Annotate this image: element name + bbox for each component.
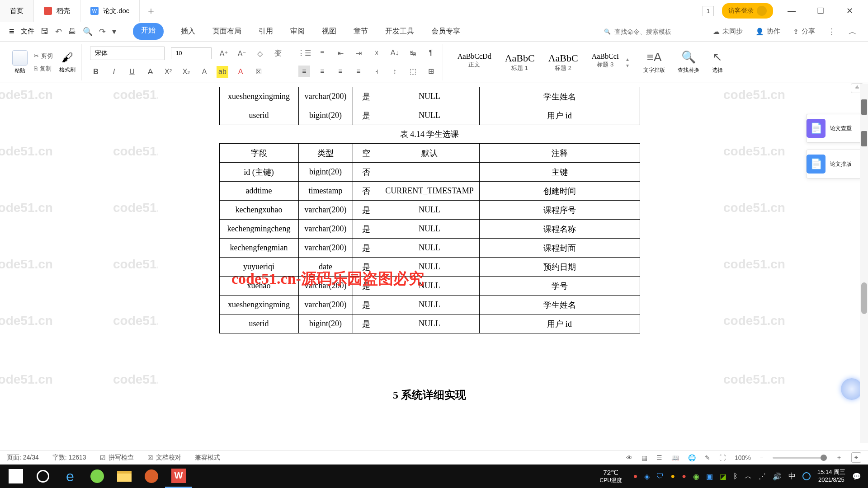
tray-icon[interactable]: ◈ bbox=[644, 472, 650, 481]
style-h2[interactable]: AaBbC标题 2 bbox=[542, 51, 585, 74]
plagiarism-check-button[interactable]: 📄 论文查重 bbox=[806, 114, 863, 143]
cortana-button[interactable] bbox=[29, 465, 57, 488]
tray-icon[interactable]: ● bbox=[682, 472, 686, 480]
ime-icon[interactable]: 中 bbox=[788, 472, 796, 481]
char-border[interactable]: ☒ bbox=[253, 66, 264, 78]
tab-document[interactable]: W 论文.doc bbox=[80, 0, 140, 22]
indent-icon[interactable]: ⇥ bbox=[353, 47, 364, 59]
minimize-button[interactable]: — bbox=[781, 6, 802, 16]
strike-button[interactable]: A̶ bbox=[144, 66, 156, 78]
wps-button[interactable]: W bbox=[165, 465, 192, 488]
style-h3[interactable]: AaBbCcI标题 3 bbox=[585, 51, 625, 74]
hamburger-icon[interactable]: ≡ bbox=[9, 26, 14, 37]
zoom-in[interactable]: ＋ bbox=[836, 454, 842, 462]
menu-reference[interactable]: 引用 bbox=[259, 23, 273, 40]
undo-icon[interactable]: ↶ bbox=[55, 27, 62, 37]
eye-icon[interactable]: 👁 bbox=[626, 454, 632, 461]
phonetic-icon[interactable]: 变 bbox=[272, 47, 284, 59]
wifi-icon[interactable]: ⋰ bbox=[759, 472, 766, 481]
align-left[interactable]: ≡ bbox=[298, 66, 310, 77]
tray-icon[interactable]: 🛡 bbox=[656, 472, 664, 480]
border-icon[interactable]: ⊞ bbox=[425, 66, 437, 77]
italic-button[interactable]: I bbox=[108, 66, 120, 78]
search-box[interactable]: 🔍 bbox=[604, 28, 700, 35]
find-button[interactable]: 🔍查找替换 bbox=[678, 50, 699, 74]
typeset-button[interactable]: ≡A文字排版 bbox=[643, 50, 665, 74]
layout-print-icon[interactable]: ▦ bbox=[642, 454, 647, 461]
start-button[interactable] bbox=[2, 465, 29, 488]
show-marks-icon[interactable]: ¶ bbox=[425, 47, 437, 59]
maximize-button[interactable]: ☐ bbox=[810, 6, 831, 16]
doc-review[interactable]: ☒文档校对 bbox=[147, 454, 181, 462]
menu-view[interactable]: 视图 bbox=[322, 23, 336, 40]
text-effect[interactable]: A bbox=[198, 66, 210, 78]
thesis-layout-button[interactable]: 📄 论文排版 bbox=[806, 150, 863, 178]
font-color-button[interactable]: A bbox=[235, 66, 246, 78]
tray-icon[interactable]: ▣ bbox=[706, 472, 713, 481]
search-input[interactable] bbox=[614, 28, 700, 35]
notification-badge[interactable]: 1 bbox=[703, 6, 714, 16]
underline-button[interactable]: U bbox=[126, 66, 138, 78]
menu-dev[interactable]: 开发工具 bbox=[385, 23, 414, 40]
zoom-100[interactable]: ⌖ bbox=[851, 452, 861, 463]
align-center[interactable]: ≡ bbox=[316, 66, 328, 77]
superscript-button[interactable]: X² bbox=[162, 66, 174, 78]
app-button[interactable] bbox=[138, 465, 165, 488]
shading-icon[interactable]: ⬚ bbox=[407, 66, 419, 77]
menu-start[interactable]: 开始 bbox=[133, 23, 164, 40]
share-button[interactable]: ⇪分享 bbox=[793, 27, 815, 36]
collab-button[interactable]: 👤协作 bbox=[755, 27, 780, 36]
browser-button[interactable] bbox=[84, 465, 111, 488]
tab-docer[interactable]: 稻壳 bbox=[34, 0, 80, 22]
zoom-out[interactable]: − bbox=[760, 454, 764, 461]
nvidia-icon[interactable]: ◪ bbox=[720, 472, 726, 481]
save-icon[interactable]: 🖫 bbox=[41, 27, 49, 36]
line-spacing[interactable]: ↕ bbox=[389, 66, 401, 77]
increase-font[interactable]: A⁺ bbox=[218, 47, 230, 59]
pen-icon[interactable]: ✎ bbox=[705, 454, 710, 461]
decrease-font[interactable]: A⁻ bbox=[236, 47, 248, 59]
preview-icon[interactable]: 🔍 bbox=[83, 27, 93, 37]
tab-add[interactable]: ＋ bbox=[140, 0, 162, 22]
volume-icon[interactable]: 🔊 bbox=[773, 472, 782, 481]
style-h1[interactable]: AaBbC标题 1 bbox=[499, 51, 541, 74]
expand-tray-icon[interactable]: ︿ bbox=[745, 472, 752, 481]
tray-icon[interactable]: ◉ bbox=[693, 472, 699, 481]
menu-insert[interactable]: 插入 bbox=[181, 23, 195, 40]
more-icon[interactable]: ⋮ bbox=[828, 27, 836, 37]
explorer-button[interactable] bbox=[111, 465, 138, 488]
menu-review[interactable]: 审阅 bbox=[290, 23, 305, 40]
page-count[interactable]: 页面: 24/34 bbox=[7, 454, 39, 462]
notifications-icon[interactable]: 💬 bbox=[852, 472, 861, 481]
zoom-thumb[interactable] bbox=[821, 455, 827, 461]
sync-button[interactable]: ☁未同步 bbox=[713, 27, 743, 36]
asian-layout-icon[interactable]: ☓ bbox=[371, 47, 382, 59]
layout-web-icon[interactable]: 🌐 bbox=[688, 454, 696, 461]
bullets-icon[interactable]: ⋮☰ bbox=[298, 47, 310, 59]
menu-vip[interactable]: 会员专享 bbox=[431, 23, 460, 40]
scrollbar-thumb[interactable] bbox=[861, 282, 867, 314]
bold-button[interactable]: B bbox=[90, 66, 102, 78]
collapse-ribbon-icon[interactable]: ︿ bbox=[849, 26, 857, 37]
tray-icon[interactable]: ● bbox=[633, 472, 638, 480]
guest-login[interactable]: 访客登录 bbox=[722, 3, 773, 19]
style-normal[interactable]: AaBbCcDd正文 bbox=[451, 51, 498, 74]
ie-button[interactable]: e bbox=[57, 465, 84, 488]
redo-icon[interactable]: ↷ bbox=[99, 27, 106, 37]
menu-chapter[interactable]: 章节 bbox=[354, 23, 368, 40]
bluetooth-icon[interactable]: ᛒ bbox=[733, 472, 738, 480]
format-painter[interactable]: 🖌 格式刷 bbox=[59, 51, 75, 74]
numbering-icon[interactable]: ≡ bbox=[316, 47, 328, 59]
tray-icon[interactable]: ● bbox=[670, 472, 675, 480]
outdent-icon[interactable]: ⇤ bbox=[335, 47, 346, 59]
print-icon[interactable]: 🖶 bbox=[68, 27, 76, 36]
word-count[interactable]: 字数: 12613 bbox=[52, 454, 86, 462]
close-button[interactable]: ✕ bbox=[839, 6, 860, 16]
distribute[interactable]: ⫞ bbox=[371, 66, 382, 77]
cpu-temp[interactable]: 72℃ CPU温度 bbox=[599, 469, 622, 484]
zoom-level[interactable]: 100% bbox=[735, 454, 751, 461]
layout-outline-icon[interactable]: ☰ bbox=[656, 454, 662, 461]
layout-read-icon[interactable]: 📖 bbox=[671, 454, 679, 461]
assistant-bubble[interactable] bbox=[841, 378, 863, 400]
select-button[interactable]: ↖选择 bbox=[712, 50, 723, 74]
